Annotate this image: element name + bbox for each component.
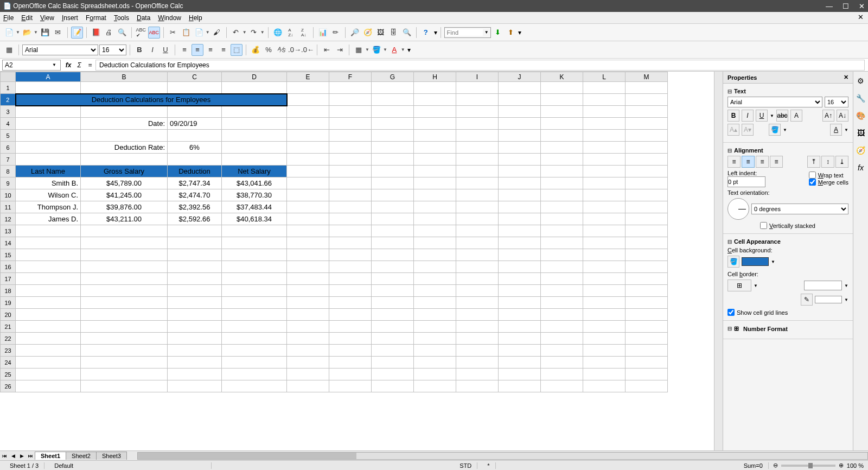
- r1-ded[interactable]: $2,747.34: [168, 177, 222, 189]
- col-K[interactable]: K: [541, 72, 583, 82]
- hdr-lastname[interactable]: Last Name: [16, 166, 81, 177]
- menu-help[interactable]: Help: [189, 14, 202, 22]
- bgcolor-icon[interactable]: 🪣: [371, 44, 382, 56]
- zoom-slider[interactable]: [781, 465, 835, 467]
- tab-last-icon[interactable]: ⏭: [26, 453, 35, 459]
- name-box-dropdown[interactable]: ▼: [50, 62, 58, 67]
- row-10[interactable]: 10: [1, 189, 16, 201]
- fill-icon[interactable]: 🪣: [727, 256, 739, 268]
- numfmt-section-title[interactable]: ⊞Number Format: [727, 325, 848, 332]
- zoom-in-icon[interactable]: ⊕: [839, 462, 844, 469]
- toolbar-more-icon[interactable]: ▾: [434, 29, 437, 36]
- col-M[interactable]: M: [626, 72, 668, 82]
- border-color-swatch[interactable]: [815, 296, 842, 303]
- font-size-select[interactable]: 16: [99, 45, 126, 55]
- menu-format[interactable]: Format: [86, 14, 106, 22]
- redo-icon[interactable]: ↷: [248, 27, 260, 39]
- prop-align-left-icon[interactable]: ≡: [727, 156, 741, 168]
- align-left-icon[interactable]: ≡: [178, 44, 190, 56]
- border-preset[interactable]: ⊞: [727, 280, 751, 291]
- border-style-select[interactable]: [804, 281, 842, 290]
- row-20[interactable]: 20: [1, 309, 16, 321]
- row-13[interactable]: 13: [1, 225, 16, 237]
- rate-value[interactable]: 6%: [168, 142, 222, 154]
- row-17[interactable]: 17: [1, 273, 16, 285]
- chart-icon[interactable]: 📊: [317, 27, 329, 39]
- row-7[interactable]: 7: [1, 154, 16, 166]
- r3-net[interactable]: $37,483.44: [222, 201, 287, 213]
- appearance-section-title[interactable]: Cell Appearance: [727, 238, 848, 245]
- alignment-section-title[interactable]: Alignment: [727, 147, 848, 154]
- maximize-button[interactable]: ☐: [843, 2, 849, 10]
- cell-reference-input[interactable]: [3, 61, 50, 69]
- underline-icon[interactable]: U: [159, 44, 171, 56]
- menu-data[interactable]: Data: [137, 14, 150, 22]
- prop-italic-icon[interactable]: I: [742, 110, 754, 122]
- tab-prev-icon[interactable]: ◀: [9, 453, 17, 459]
- fontcolor-icon[interactable]: A: [388, 44, 400, 56]
- row-21[interactable]: 21: [1, 321, 16, 333]
- border-color-icon[interactable]: ✎: [801, 294, 813, 306]
- r2-net[interactable]: $38,770.30: [222, 189, 287, 201]
- prop-valign-bot-icon[interactable]: ⤓: [835, 156, 848, 168]
- row-3[interactable]: 3: [1, 106, 16, 118]
- r4-net[interactable]: $40,618.34: [222, 213, 287, 225]
- find-replace-icon[interactable]: 🔎: [349, 27, 361, 39]
- r2-gross[interactable]: $41,245.00: [81, 189, 168, 201]
- col-E[interactable]: E: [287, 72, 329, 82]
- row-25[interactable]: 25: [1, 369, 16, 380]
- paste-icon[interactable]: 📄: [193, 27, 205, 39]
- status-mode[interactable]: STD: [454, 462, 477, 469]
- prop-underline-icon[interactable]: U: [756, 110, 768, 122]
- gridlines-checkbox[interactable]: Show cell grid lines: [727, 309, 848, 316]
- sort-asc-icon[interactable]: AZ↓: [285, 27, 297, 39]
- row-23[interactable]: 23: [1, 345, 16, 357]
- indent-input[interactable]: [727, 176, 765, 187]
- spreadsheet-grid[interactable]: A B C D E F G H I J K L M 1 2 Deduction …: [0, 72, 668, 392]
- email-icon[interactable]: ✉: [52, 27, 64, 39]
- close-button[interactable]: ✕: [859, 2, 865, 10]
- col-G[interactable]: G: [372, 72, 414, 82]
- row-6[interactable]: 6: [1, 142, 16, 154]
- sidebar-styles-icon[interactable]: 🎨: [855, 110, 867, 122]
- col-L[interactable]: L: [583, 72, 626, 82]
- new-icon[interactable]: 📄: [3, 27, 15, 39]
- r1-name[interactable]: Smith B.: [16, 177, 81, 189]
- select-all-corner[interactable]: [1, 72, 16, 82]
- prop-bold-icon[interactable]: B: [727, 110, 739, 122]
- r4-gross[interactable]: $43,211.00: [81, 213, 168, 225]
- r1-gross[interactable]: $45,789.00: [81, 177, 168, 189]
- equals-icon[interactable]: =: [85, 60, 95, 71]
- hdr-deduction[interactable]: Deduction: [168, 166, 222, 177]
- tab-sheet3[interactable]: Sheet3: [96, 452, 127, 460]
- row-24[interactable]: 24: [1, 357, 16, 369]
- wrap-text-checkbox[interactable]: Wrap text: [809, 172, 848, 179]
- r2-name[interactable]: Wilson C.: [16, 189, 81, 201]
- prop-shadow-icon[interactable]: A: [790, 110, 802, 122]
- remove-decimal-icon[interactable]: .0←: [302, 44, 314, 56]
- prop-valign-top-icon[interactable]: ⤒: [807, 156, 820, 168]
- text-section-title[interactable]: Text: [727, 88, 848, 94]
- font-name-select[interactable]: Arial: [22, 45, 98, 55]
- row-5[interactable]: 5: [1, 130, 16, 142]
- navigator-icon[interactable]: 🧭: [362, 27, 374, 39]
- prop-highlight-icon[interactable]: 🪣: [769, 124, 781, 136]
- row-9[interactable]: 9: [1, 177, 16, 189]
- open-icon[interactable]: 📂: [21, 27, 33, 39]
- sidebar-settings-icon[interactable]: ⚙: [855, 75, 867, 87]
- row-19[interactable]: 19: [1, 297, 16, 309]
- tab-next-icon[interactable]: ▶: [17, 453, 26, 459]
- print-icon[interactable]: 🖨: [103, 27, 115, 39]
- zoom-out-icon[interactable]: ⊖: [773, 462, 778, 469]
- align-justify-icon[interactable]: ≡: [218, 44, 229, 56]
- menu-edit[interactable]: Edit: [21, 14, 33, 22]
- add-decimal-icon[interactable]: .0→: [289, 44, 301, 56]
- prop-size-select[interactable]: 16: [825, 97, 848, 107]
- save-icon[interactable]: 💾: [39, 27, 51, 39]
- find-more-icon[interactable]: ▾: [518, 29, 521, 36]
- print-preview-icon[interactable]: 🔍: [116, 27, 128, 39]
- col-I[interactable]: I: [456, 72, 499, 82]
- date-label[interactable]: Date:: [81, 118, 168, 130]
- horizontal-scrollbar[interactable]: [137, 452, 868, 460]
- zoom-value[interactable]: 100 %: [847, 462, 864, 469]
